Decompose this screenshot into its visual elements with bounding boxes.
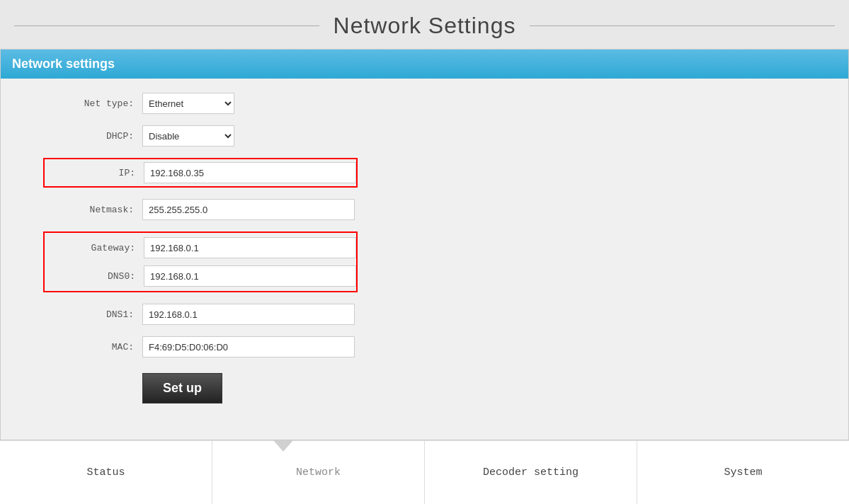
dhcp-select[interactable]: Disable Enable [142, 125, 234, 147]
net-type-label: Net type: [43, 98, 142, 109]
dns1-row: DNS1: [43, 304, 848, 325]
nav-item-decoder-label: Decoder setting [483, 466, 579, 479]
page-title-bar: Network Settings [0, 0, 849, 49]
net-type-row: Net type: Ethernet WiFi [43, 93, 848, 114]
panel-header: Network settings [1, 50, 848, 79]
nav-item-system[interactable]: System [637, 441, 849, 504]
gateway-input[interactable] [144, 237, 356, 258]
dhcp-row: DHCP: Disable Enable [43, 125, 848, 147]
mac-input[interactable] [142, 336, 355, 357]
mac-label: MAC: [43, 342, 142, 353]
ip-row-container: IP: [43, 158, 848, 188]
gateway-dns0-group: Gateway: DNS0: [43, 231, 358, 292]
nav-item-decoder[interactable]: Decoder setting [425, 441, 637, 504]
net-type-select[interactable]: Ethernet WiFi [142, 93, 234, 114]
ip-red-outline: IP: [43, 158, 358, 188]
dns0-row: DNS0: [45, 265, 356, 287]
setup-row: Set up [43, 369, 848, 403]
main-content: Network settings Net type: Ethernet WiFi… [0, 49, 849, 440]
bottom-nav: Status Network Decoder setting System [0, 440, 849, 504]
gateway-label: Gateway: [45, 243, 144, 253]
setup-button[interactable]: Set up [142, 373, 222, 403]
gateway-row: Gateway: [45, 237, 356, 258]
panel-header-text: Network settings [12, 57, 115, 71]
nav-triangle-indicator [273, 440, 293, 452]
nav-item-network[interactable]: Network [212, 441, 425, 504]
dns1-input[interactable] [142, 304, 355, 325]
page-title: Network Settings [334, 13, 516, 39]
ip-label: IP: [45, 168, 144, 178]
nav-item-status-label: Status [86, 466, 125, 479]
nav-item-status[interactable]: Status [0, 441, 212, 504]
mac-row: MAC: [43, 336, 848, 357]
ip-input[interactable] [144, 162, 356, 183]
panel-body: Net type: Ethernet WiFi DHCP: Disable En… [1, 79, 848, 440]
dns1-label: DNS1: [43, 309, 142, 320]
dns0-input[interactable] [144, 265, 356, 287]
dhcp-label: DHCP: [43, 131, 142, 142]
netmask-input[interactable] [142, 199, 355, 220]
dns0-label: DNS0: [45, 271, 144, 282]
netmask-label: Netmask: [43, 205, 142, 215]
nav-item-network-label: Network [296, 466, 341, 479]
network-settings-panel: Network settings Net type: Ethernet WiFi… [0, 49, 849, 440]
nav-item-system-label: System [724, 466, 762, 479]
netmask-row: Netmask: [43, 199, 848, 220]
